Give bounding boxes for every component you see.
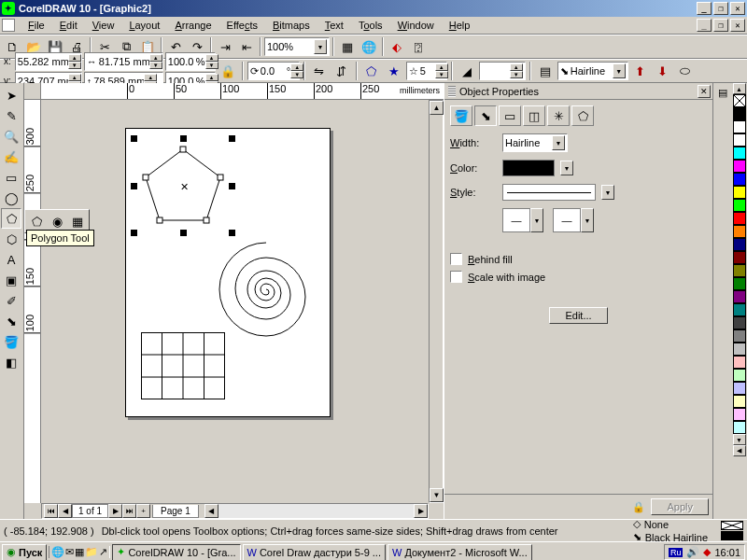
edit-outline-button[interactable]: Edit...	[549, 307, 607, 324]
mirror-v-button[interactable]: ⇵	[331, 61, 352, 81]
convert-curves-button[interactable]: ⬭	[675, 61, 696, 81]
color-swatch[interactable]	[733, 133, 746, 147]
flyout-graph[interactable]: ▦	[67, 211, 88, 231]
menu-window[interactable]: Window	[390, 18, 442, 33]
menu-view[interactable]: View	[85, 18, 122, 33]
vertical-scrollbar[interactable]: ▲▼	[429, 100, 444, 503]
tray-icon[interactable]: 🔊	[686, 546, 699, 558]
polygon-mode-button[interactable]: ⬠	[361, 61, 382, 81]
taskbar-item[interactable]: WCorel Draw дастури 5-9 ...	[243, 544, 386, 561]
color-swatch[interactable]	[733, 160, 746, 173]
color-swatch[interactable]	[733, 303, 746, 316]
sharpness-button[interactable]: ◢	[457, 61, 477, 81]
quicklaunch-icon[interactable]: ✉	[65, 546, 74, 558]
color-swatch[interactable]	[733, 107, 746, 120]
points-input[interactable]: ☆▲▼	[406, 62, 447, 80]
spiral-shape[interactable]	[215, 241, 317, 343]
menu-effects[interactable]: Effects	[219, 18, 265, 33]
menu-layout[interactable]: Layout	[121, 18, 167, 33]
color-swatch[interactable]	[733, 421, 746, 434]
polygon-tab[interactable]: ⬠	[571, 105, 594, 126]
internet-tab[interactable]: ✳	[547, 105, 570, 126]
color-swatch[interactable]	[733, 212, 746, 225]
restore-button[interactable]: ❐	[713, 2, 728, 15]
outline-style-select[interactable]	[502, 184, 596, 201]
mdi-doc-icon[interactable]	[2, 19, 15, 32]
interactive-fill-tool[interactable]: ◧	[1, 352, 21, 372]
quicklaunch-icon[interactable]: ↗	[99, 546, 107, 558]
polygon-tool[interactable]: ⬠ ⬠ ◉ ▦ Polygon Tool	[1, 208, 21, 229]
tray-icon[interactable]: ◆	[703, 546, 711, 558]
to-back-button[interactable]: ⬇	[653, 61, 673, 81]
taskbar-item[interactable]: WДокумент2 - Microsoft W...	[388, 544, 532, 561]
to-front-button[interactable]: ⬆	[630, 61, 651, 81]
palette-up-button[interactable]: ▲	[733, 83, 746, 94]
palette-expand-button[interactable]: ◀	[733, 445, 746, 456]
menu-arrange[interactable]: Arrange	[167, 18, 218, 33]
color-swatch[interactable]	[733, 199, 746, 212]
script-button[interactable]: ⬖	[387, 36, 407, 57]
scale-with-image-checkbox[interactable]: Scale with image	[450, 271, 707, 283]
outline-width-select[interactable]: Hairline▼	[502, 133, 568, 152]
color-swatch[interactable]	[733, 277, 746, 290]
width-input[interactable]: ↔▲▼	[84, 52, 163, 71]
color-swatch[interactable]	[733, 316, 746, 329]
lock-icon[interactable]: 🔒	[632, 501, 645, 513]
zoom-tool[interactable]: 🔍	[1, 126, 21, 147]
flyout-spiral[interactable]: ◉	[47, 211, 67, 231]
mdi-close-button[interactable]: ✕	[730, 19, 745, 32]
no-fill-swatch[interactable]	[733, 94, 746, 107]
end-arrow-well[interactable]: —	[553, 208, 581, 232]
general-tab[interactable]: ▭	[499, 105, 521, 126]
wrap-text-button[interactable]: ▤	[535, 61, 556, 81]
pick-tool[interactable]: ➤	[1, 85, 21, 105]
docker-close-button[interactable]: ✕	[698, 85, 711, 98]
rectangle-tool[interactable]: ▭	[1, 167, 21, 188]
app-launcher-button[interactable]: ▦	[337, 36, 358, 57]
scroll-left-button[interactable]: ◀	[204, 504, 218, 518]
quicklaunch-icon[interactable]: 🌐	[51, 546, 64, 558]
mdi-restore-button[interactable]: ❐	[713, 19, 728, 32]
color-swatch[interactable]	[733, 290, 746, 303]
ruler-origin[interactable]	[24, 83, 41, 100]
color-swatch[interactable]	[733, 382, 746, 395]
color-swatch[interactable]	[733, 408, 746, 421]
outline-tab[interactable]: ⬊	[474, 105, 497, 126]
zoom-combo[interactable]: 100%▼	[264, 37, 330, 56]
start-button[interactable]: ◉Пуск	[2, 544, 47, 561]
horizontal-ruler[interactable]: 0 50 100 150 200 250 millimeters	[41, 83, 444, 100]
color-swatch[interactable]	[733, 173, 746, 186]
flyout-polygon[interactable]: ⬠	[26, 211, 47, 231]
sharpness-input[interactable]: ▲▼	[479, 62, 526, 80]
menu-bitmaps[interactable]: Bitmaps	[265, 18, 317, 33]
text-tool[interactable]: A	[1, 249, 21, 270]
color-swatch[interactable]	[733, 329, 746, 343]
whats-this-button[interactable]: ⍰	[408, 36, 429, 57]
scale-x-input[interactable]: %▲▼	[165, 52, 216, 71]
selection-handles[interactable]	[134, 138, 233, 233]
scroll-right-button[interactable]: ▶	[414, 504, 428, 518]
detail-tab[interactable]: ◫	[523, 105, 545, 126]
menu-help[interactable]: Help	[442, 18, 478, 33]
color-swatch[interactable]	[733, 186, 746, 199]
outline-color-well[interactable]	[502, 160, 555, 176]
color-swatch[interactable]	[733, 238, 746, 251]
start-arrow-well[interactable]: —	[502, 208, 530, 232]
color-swatch[interactable]	[733, 343, 746, 356]
lock-ratio-button[interactable]: 🔒	[218, 61, 238, 81]
behind-fill-checkbox[interactable]: Behind fill	[450, 253, 707, 265]
fill-tool[interactable]: 🪣	[1, 331, 21, 352]
quicklaunch-icon[interactable]: 📁	[85, 546, 98, 558]
color-swatch[interactable]	[733, 251, 746, 264]
star-mode-button[interactable]: ★	[384, 61, 404, 81]
basic-shapes-tool[interactable]: ⬡	[1, 229, 21, 249]
color-swatch[interactable]	[733, 120, 746, 133]
page-tab[interactable]: Page 1	[152, 505, 199, 518]
outline-tool[interactable]: ⬊	[1, 311, 21, 331]
export-button[interactable]: ⇤	[236, 36, 257, 57]
prev-page-button[interactable]: ◀	[58, 504, 72, 518]
rotation-input[interactable]: ⟳°▲▼	[247, 62, 300, 80]
color-swatch[interactable]	[733, 395, 746, 408]
docker-tab-icon[interactable]: ▤	[718, 87, 727, 99]
eyedropper-tool[interactable]: ✐	[1, 290, 21, 311]
